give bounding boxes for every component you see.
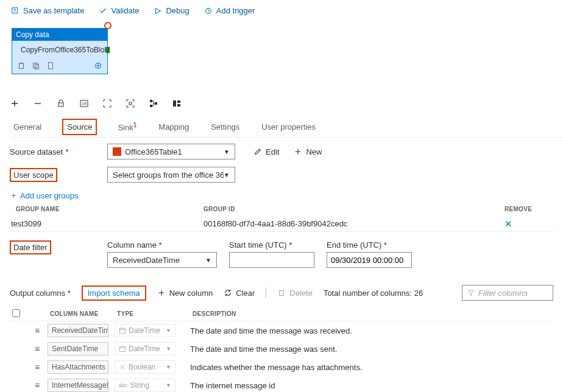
svg-rect-12	[129, 102, 132, 105]
add-trigger-label: Add trigger	[216, 6, 255, 15]
svg-rect-13	[150, 100, 152, 102]
play-icon	[154, 7, 162, 15]
save-template-icon	[11, 7, 19, 15]
source-dataset-value: Office365Table1	[125, 147, 182, 156]
svg-rect-19	[280, 291, 284, 296]
tab-user-properties[interactable]: User properties	[260, 119, 317, 135]
drag-handle-icon[interactable]: ≡	[27, 380, 48, 390]
fit-screen-icon[interactable]	[102, 99, 112, 108]
svg-text:100: 100	[82, 102, 87, 105]
office365-icon	[113, 147, 121, 156]
date-filter-column-value: ReceivedDateTime	[113, 256, 180, 265]
edit-label: Edit	[266, 147, 279, 156]
delete-label: Delete	[289, 289, 313, 298]
new-column-button[interactable]: New column	[157, 289, 213, 298]
column-type-dropdown[interactable]: abcString▼	[115, 379, 175, 392]
plus-icon: ＋	[10, 190, 18, 201]
column-desc-cell: Indicates whether the message has attach…	[190, 363, 553, 372]
column-desc-cell: The internet message id	[190, 381, 553, 390]
card-output-handle[interactable]	[106, 47, 110, 53]
breakpoint-indicator[interactable]	[104, 22, 112, 29]
new-label: New	[306, 147, 322, 156]
validate-label: Validate	[111, 6, 139, 15]
trash-icon	[277, 289, 286, 297]
card-header: Copy data	[12, 29, 107, 41]
drag-handle-icon[interactable]: ≡	[27, 326, 48, 335]
drag-handle-icon[interactable]: ≡	[27, 362, 48, 372]
card-title: CopyFromOffice365ToBlob	[21, 46, 108, 55]
expand-icon[interactable]	[94, 61, 102, 70]
column-desc-cell: The date and time the message was receiv…	[190, 326, 553, 335]
auto-align-icon[interactable]	[149, 99, 158, 108]
tab-sink[interactable]: Sink1	[116, 118, 138, 136]
group-name-header: Group Name	[10, 206, 204, 212]
column-type-header: Type	[115, 310, 190, 317]
filter-columns-input[interactable]: Filter columns	[462, 285, 553, 301]
select-all-checkbox[interactable]	[12, 309, 20, 317]
column-type-dropdown[interactable]: DateTime▼	[115, 324, 175, 337]
debug-button[interactable]: Debug	[154, 6, 189, 15]
trigger-icon	[204, 7, 213, 15]
debug-label: Debug	[166, 6, 189, 15]
caret-down-icon: ▼	[224, 149, 230, 155]
zoom-out-icon[interactable]	[33, 99, 43, 108]
plus-icon	[294, 147, 302, 156]
tab-settings[interactable]: Settings	[210, 119, 241, 135]
copy-data-activity-card[interactable]: Copy data CopyFromOffice365ToBlob	[12, 28, 108, 74]
total-columns-text: Total number of columns: 26	[324, 289, 423, 298]
svg-rect-7	[49, 63, 53, 69]
tab-mapping[interactable]: Mapping	[157, 119, 190, 135]
svg-rect-14	[150, 105, 152, 107]
column-type-dropdown[interactable]: DateTime▼	[115, 342, 175, 355]
delete-column-button: Delete	[277, 289, 313, 298]
source-dataset-dropdown[interactable]: Office365Table1 ▼	[107, 144, 235, 159]
column-name-input[interactable]: ReceivedDateTime	[48, 324, 108, 337]
column-type-dropdown[interactable]: Boolean▼	[115, 360, 175, 374]
zoom-reset-icon[interactable]: 100	[79, 99, 89, 108]
end-time-input[interactable]	[327, 252, 412, 268]
column-row: ≡ HasAttachments Boolean▼ Indicates whet…	[10, 358, 553, 376]
save-as-template-button[interactable]: Save as template	[11, 6, 84, 15]
edit-dataset-button[interactable]: Edit	[253, 147, 279, 156]
date-filter-column-dropdown[interactable]: ReceivedDateTime ▼	[107, 252, 217, 268]
column-name-input[interactable]: SentDateTime	[48, 342, 108, 355]
tab-general[interactable]: General	[12, 119, 43, 135]
filter-icon	[467, 289, 475, 296]
svg-rect-9	[58, 103, 63, 107]
output-columns-label: Output columns *	[10, 289, 71, 298]
column-name-input[interactable]: HasAttachments	[48, 360, 108, 374]
fullscreen-icon[interactable]	[126, 99, 135, 108]
svg-rect-4	[19, 64, 24, 69]
column-name-input[interactable]: InternetMessageI	[48, 379, 108, 392]
new-dataset-button[interactable]: New	[294, 147, 322, 156]
validate-button[interactable]: Validate	[99, 6, 139, 15]
column-row: ≡ SentDateTime DateTime▼ The date and ti…	[10, 340, 553, 358]
column-desc-cell: The date and time the message was sent.	[190, 345, 553, 354]
svg-rect-21	[120, 346, 126, 351]
remove-group-button[interactable]: ✕	[505, 219, 512, 229]
group-name-cell: test3099	[10, 219, 204, 228]
group-remove-header: Remove	[505, 206, 553, 212]
start-time-label: Start time (UTC) *	[229, 240, 314, 250]
delete-icon[interactable]	[17, 61, 26, 70]
import-schema-button[interactable]: Import schema	[82, 285, 146, 301]
zoom-in-icon[interactable]	[10, 99, 19, 108]
tab-source[interactable]: Source	[62, 119, 97, 135]
user-scope-dropdown[interactable]: Select groups from the office 365 ten...…	[107, 167, 235, 183]
clear-label: Clear	[236, 289, 255, 298]
filter-placeholder: Filter columns	[478, 289, 528, 298]
clone-icon[interactable]	[32, 61, 40, 70]
layout-icon[interactable]	[172, 99, 182, 108]
drag-handle-icon[interactable]: ≡	[27, 344, 48, 354]
tab-sink-label: Sink	[118, 123, 133, 132]
copy-icon[interactable]	[46, 61, 55, 70]
start-time-input[interactable]	[229, 252, 314, 268]
lock-icon[interactable]	[56, 99, 66, 108]
clear-button[interactable]: Clear	[224, 289, 255, 298]
group-id-cell: 00168f80-df7d-4aa1-88d6-39bf9042cedc	[204, 219, 505, 228]
separator	[266, 287, 266, 298]
add-trigger-button[interactable]: Add trigger	[204, 6, 255, 15]
add-user-groups-button[interactable]: ＋ Add user groups	[10, 190, 553, 201]
save-template-label: Save as template	[23, 6, 84, 15]
check-icon	[99, 7, 107, 15]
